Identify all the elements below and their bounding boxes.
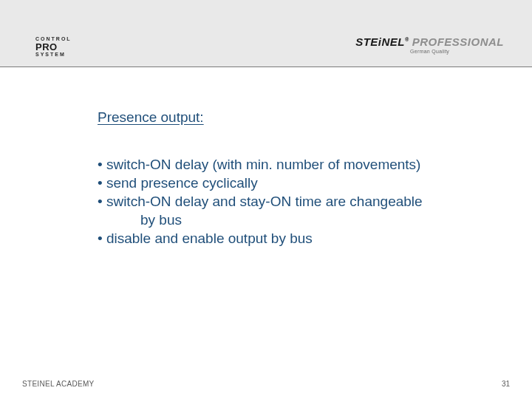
page-number: 31: [502, 380, 510, 388]
brand-line: STEiNEL®PROFESSIONAL: [355, 35, 504, 48]
brand-main: STEiNEL: [355, 35, 405, 48]
brand-sub: PROFESSIONAL: [412, 35, 504, 48]
bullet-item-continuation: by bus: [98, 211, 489, 229]
footer-label: STEINEL ACADEMY: [22, 380, 95, 388]
steinel-logo: STEiNEL®PROFESSIONAL German Quality: [355, 35, 504, 54]
logo-left-line3: SYSTEM: [35, 52, 95, 57]
header-bar: CONTROL PRO SYSTEM STEiNEL®PROFESSIONAL …: [0, 0, 532, 67]
bullet-item: • disable and enable output by bus: [98, 229, 489, 248]
bullet-list: • switch-ON delay (with min. number of m…: [98, 155, 489, 248]
bullet-item: • switch-ON delay (with min. number of m…: [98, 155, 489, 174]
section-title: Presence output:: [98, 109, 489, 126]
logo-left-line2: PRO: [35, 42, 95, 52]
bullet-item: • send presence cyclically: [98, 174, 489, 192]
slide: CONTROL PRO SYSTEM STEiNEL®PROFESSIONAL …: [0, 0, 532, 399]
brand-tagline: German Quality: [355, 49, 504, 54]
control-pro-logo: CONTROL PRO SYSTEM: [35, 37, 95, 56]
registered-mark: ®: [405, 37, 409, 42]
content-area: Presence output: • switch-ON delay (with…: [98, 109, 489, 248]
bullet-item: • switch-ON delay and stay-ON time are c…: [98, 192, 489, 211]
